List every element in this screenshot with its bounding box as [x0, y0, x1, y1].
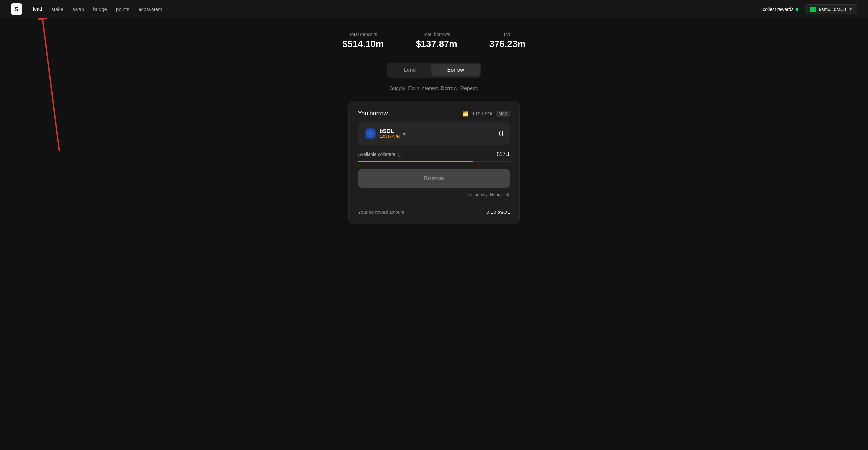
navigation: S lend stake swap bridge points ecosyste…	[0, 0, 868, 19]
rewards-dot	[796, 8, 798, 10]
stat-total-deposits: Total deposits $514.10m	[327, 32, 400, 49]
borrowed-row: Your borrowed amount 0.10 bSOL	[358, 204, 510, 215]
collect-rewards-label: collect rewards	[763, 7, 793, 12]
collateral-value: $17.1	[497, 151, 510, 157]
token-chevron-icon: ▾	[403, 131, 406, 137]
wallet-balance-icon: 🗂️	[462, 110, 469, 117]
txn-priority: Txn priority: Normal ⚙	[358, 192, 510, 197]
token-icon: b	[365, 128, 376, 139]
collateral-info-icon[interactable]: i	[398, 152, 403, 157]
wallet-button[interactable]: 9sm6...qMCJ ▼	[805, 4, 858, 14]
nav-link-points[interactable]: points	[116, 5, 129, 13]
max-button[interactable]: MAX	[496, 111, 510, 117]
token-apr: 1.09% APR	[380, 134, 400, 139]
collect-rewards-button[interactable]: collect rewards	[763, 7, 798, 12]
svg-text:b: b	[369, 131, 372, 136]
total-deposits-label: Total deposits	[343, 32, 384, 37]
stat-total-borrows: Total borrows $137.87m	[400, 32, 473, 49]
svg-rect-5	[814, 8, 815, 10]
nav-right: collect rewards 9sm6...qMCJ ▼	[763, 4, 858, 14]
tab-borrow[interactable]: Borrow	[431, 64, 480, 76]
wallet-icon	[810, 7, 816, 12]
card-header: You borrow 🗂️ 0.10 bSOL MAX	[358, 110, 510, 117]
collateral-label: Available collateral i	[358, 152, 403, 157]
subtitle: Supply. Earn interest. Borrow. Repeat.	[390, 86, 479, 91]
nav-link-swap[interactable]: swap	[72, 5, 84, 13]
token-name: bSOL	[380, 128, 400, 134]
tvl-label: TVL	[489, 32, 526, 37]
nav-link-stake[interactable]: stake	[51, 5, 63, 13]
balance-amount: 0.10 bSOL	[471, 111, 494, 117]
tab-lend[interactable]: Lend	[388, 64, 432, 76]
token-info: bSOL 1.09% APR	[380, 128, 400, 139]
stats-bar: Total deposits $514.10m Total borrows $1…	[327, 32, 541, 49]
collateral-label-text: Available collateral	[358, 152, 396, 157]
collateral-progress-fill	[358, 161, 473, 162]
collateral-row: Available collateral i $17.1	[358, 151, 510, 157]
nav-link-lend[interactable]: lend	[33, 5, 42, 13]
nav-links: lend stake swap bridge points ecosystem	[33, 5, 763, 13]
chevron-down-icon: ▼	[848, 7, 852, 11]
svg-text:S: S	[14, 6, 19, 12]
borrow-button[interactable]: Borrow	[358, 169, 510, 188]
main-content: Total deposits $514.10m Total borrows $1…	[0, 19, 868, 244]
tvl-value: 376.23m	[489, 39, 526, 49]
nav-link-ecosystem[interactable]: ecosystem	[138, 5, 162, 13]
stat-tvl: TVL 376.23m	[473, 32, 541, 49]
token-selector[interactable]: b bSOL 1.09% APR ▾	[365, 128, 406, 139]
token-input-row: b bSOL 1.09% APR ▾	[358, 122, 510, 145]
total-borrows-value: $137.87m	[416, 39, 457, 49]
borrow-card: You borrow 🗂️ 0.10 bSOL MAX b bSOL 1	[348, 101, 520, 224]
logo[interactable]: S	[10, 3, 22, 15]
collateral-progress-bar	[358, 161, 510, 162]
total-borrows-label: Total borrows	[416, 32, 457, 37]
total-deposits-value: $514.10m	[343, 39, 384, 49]
balance-info: 🗂️ 0.10 bSOL MAX	[462, 110, 510, 117]
card-title: You borrow	[358, 110, 388, 117]
borrowed-amount-label: Your borrowed amount	[358, 210, 404, 215]
tab-group: Lend Borrow	[387, 63, 481, 77]
gear-icon[interactable]: ⚙	[506, 192, 510, 197]
amount-input[interactable]	[464, 129, 503, 138]
txn-priority-label: Txn priority: Normal	[467, 192, 504, 197]
nav-link-bridge[interactable]: bridge	[93, 5, 107, 13]
borrowed-amount-value: 0.10 bSOL	[486, 209, 510, 215]
wallet-address: 9sm6...qMCJ	[819, 7, 846, 12]
